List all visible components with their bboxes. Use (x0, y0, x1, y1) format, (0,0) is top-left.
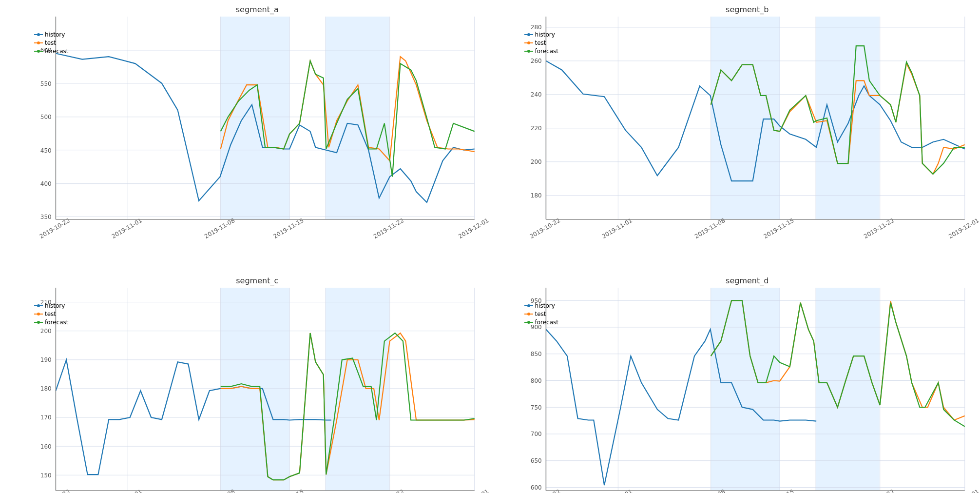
ytick-b-260: 260 (530, 58, 541, 64)
ytick-a-350: 350 (40, 214, 52, 220)
ytick-c-190: 190 (40, 356, 52, 363)
ytick-d-800: 800 (530, 377, 541, 384)
svg-point-49 (37, 313, 40, 316)
chart-segment-c: segment_c history test forecast (0, 271, 490, 493)
ytick-d-700: 700 (530, 431, 541, 437)
legend-c: history test forecast (34, 302, 69, 327)
xtick-b-1: 2019-11-01 (600, 217, 633, 240)
ytick-b-180: 180 (530, 192, 541, 199)
chart-svg-d: 950 900 850 800 750 700 650 600 2019-10-… (519, 288, 976, 493)
ytick-a-400: 400 (40, 180, 52, 187)
history-line-c (56, 360, 331, 474)
svg-rect-76 (711, 288, 779, 491)
chart-title-a: segment_a (29, 5, 485, 14)
ytick-b-220: 220 (530, 125, 541, 132)
ytick-b-240: 240 (530, 91, 541, 98)
xtick-a-1: 2019-11-01 (111, 217, 143, 240)
chart-svg-c: 210 200 190 180 170 160 150 2019-10-22 2… (29, 288, 485, 493)
xtick-b-0: 2019-10-22 (528, 217, 561, 240)
chart-title-c: segment_c (29, 276, 485, 285)
chart-segment-a: segment_a history test forecast (0, 0, 490, 271)
svg-point-71 (527, 304, 530, 307)
xtick-a-2: 2019-11-08 (203, 217, 236, 240)
legend-history-a: history (45, 31, 65, 38)
legend-forecast-d: forecast (535, 319, 559, 326)
chart-title-d: segment_d (519, 276, 976, 285)
legend-forecast-c: forecast (45, 319, 69, 326)
ytick-a-550: 550 (40, 80, 52, 87)
svg-point-3 (37, 41, 40, 44)
chart-segment-d: segment_d history test forecast (490, 271, 980, 493)
ytick-a-450: 450 (40, 147, 52, 154)
svg-point-28 (527, 50, 530, 53)
svg-point-26 (527, 41, 530, 44)
ytick-d-600: 600 (530, 484, 541, 491)
svg-point-73 (527, 313, 530, 316)
ytick-d-650: 650 (530, 457, 541, 464)
svg-point-1 (37, 33, 40, 36)
ytick-c-160: 160 (40, 443, 52, 450)
svg-point-5 (37, 50, 40, 53)
legend-b: history test forecast (524, 31, 559, 56)
legend-history-c: history (45, 302, 65, 309)
legend-test-b: test (535, 39, 546, 46)
main-grid: segment_a history test forecast (0, 0, 980, 493)
xtick-b-5: 2019-12-01 (947, 217, 980, 240)
svg-point-51 (37, 321, 40, 324)
xtick-a-3: 2019-11-15 (272, 217, 305, 240)
svg-point-24 (527, 33, 530, 36)
chart-svg-a: 600 550 500 450 400 350 2019-10-22 2019-… (29, 17, 485, 246)
legend-test-a: test (45, 39, 56, 46)
svg-rect-29 (711, 17, 779, 219)
chart-title-b: segment_b (519, 5, 976, 14)
xtick-b-3: 2019-11-15 (762, 217, 795, 240)
legend-test-c: test (45, 311, 56, 317)
ytick-a-500: 500 (40, 114, 52, 120)
xtick-b-2: 2019-11-08 (693, 217, 726, 240)
legend-forecast-a: forecast (45, 48, 69, 55)
xtick-a-5: 2019-12-01 (457, 217, 490, 240)
svg-point-75 (527, 321, 530, 324)
svg-rect-77 (816, 288, 880, 491)
ytick-c-180: 180 (40, 385, 52, 392)
ytick-d-750: 750 (530, 404, 541, 411)
ytick-d-850: 850 (530, 351, 541, 357)
legend-a: history test forecast (34, 31, 69, 56)
legend-forecast-b: forecast (535, 48, 559, 55)
xtick-b-4: 2019-11-22 (863, 217, 895, 240)
legend-history-d: history (535, 302, 555, 309)
chart-svg-b: 280 260 240 220 200 180 2019-10-22 2019-… (519, 17, 976, 246)
legend-d: history test forecast (524, 302, 559, 327)
svg-point-47 (37, 304, 40, 307)
chart-segment-b: segment_b history test forecast (490, 0, 980, 271)
ytick-b-280: 280 (530, 24, 541, 31)
svg-rect-7 (326, 17, 389, 219)
ytick-c-200: 200 (40, 328, 52, 335)
ytick-b-200: 200 (530, 158, 541, 165)
legend-test-d: test (535, 311, 546, 317)
ytick-c-170: 170 (40, 414, 52, 421)
xtick-a-4: 2019-11-22 (372, 217, 405, 240)
legend-history-b: history (535, 31, 555, 38)
ytick-c-150: 150 (40, 472, 52, 478)
